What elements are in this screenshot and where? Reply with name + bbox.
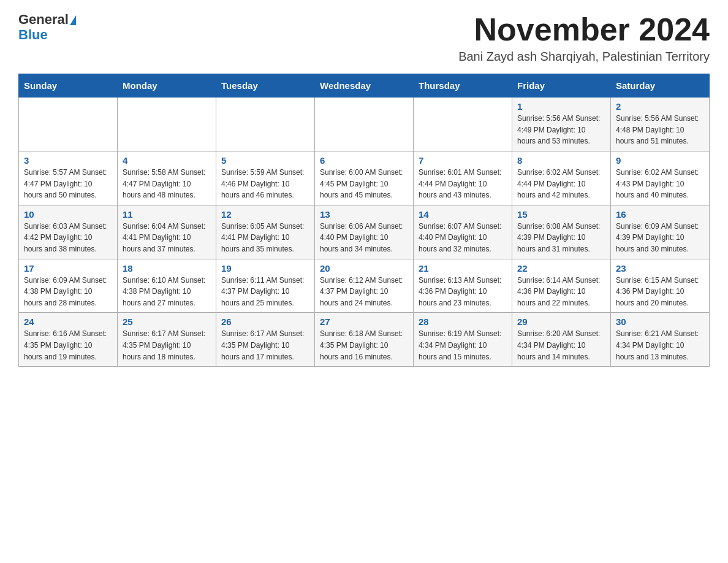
- day-info: Sunrise: 6:17 AM Sunset: 4:35 PM Dayligh…: [123, 328, 211, 362]
- day-info: Sunrise: 6:21 AM Sunset: 4:34 PM Dayligh…: [616, 328, 704, 362]
- day-info: Sunrise: 6:11 AM Sunset: 4:37 PM Dayligh…: [221, 275, 309, 309]
- day-number: 29: [517, 316, 605, 327]
- day-number: 22: [517, 263, 605, 274]
- day-info: Sunrise: 6:12 AM Sunset: 4:37 PM Dayligh…: [320, 275, 408, 309]
- day-info: Sunrise: 6:08 AM Sunset: 4:39 PM Dayligh…: [517, 221, 605, 255]
- table-row: 20Sunrise: 6:12 AM Sunset: 4:37 PM Dayli…: [315, 259, 414, 313]
- day-number: 27: [320, 316, 408, 327]
- table-row: [216, 98, 315, 151]
- day-info: Sunrise: 6:17 AM Sunset: 4:35 PM Dayligh…: [221, 328, 309, 362]
- logo-general: General: [18, 12, 76, 27]
- day-info: Sunrise: 5:58 AM Sunset: 4:47 PM Dayligh…: [123, 167, 211, 201]
- day-number: 13: [320, 209, 408, 220]
- day-info: Sunrise: 6:15 AM Sunset: 4:36 PM Dayligh…: [616, 275, 704, 309]
- day-info: Sunrise: 6:02 AM Sunset: 4:43 PM Dayligh…: [616, 167, 704, 201]
- table-row: 7Sunrise: 6:01 AM Sunset: 4:44 PM Daylig…: [414, 151, 512, 205]
- table-row: 2Sunrise: 5:56 AM Sunset: 4:48 PM Daylig…: [611, 98, 710, 151]
- col-sunday: Sunday: [19, 74, 118, 98]
- table-row: 1Sunrise: 5:56 AM Sunset: 4:49 PM Daylig…: [512, 98, 611, 151]
- table-row: 4Sunrise: 5:58 AM Sunset: 4:47 PM Daylig…: [118, 151, 216, 205]
- day-number: 11: [123, 209, 211, 220]
- month-title: November 2024: [458, 12, 710, 47]
- table-row: 5Sunrise: 5:59 AM Sunset: 4:46 PM Daylig…: [216, 151, 315, 205]
- table-row: 30Sunrise: 6:21 AM Sunset: 4:34 PM Dayli…: [611, 313, 710, 367]
- col-tuesday: Tuesday: [216, 74, 315, 98]
- calendar-week-row: 3Sunrise: 5:57 AM Sunset: 4:47 PM Daylig…: [19, 151, 710, 205]
- day-info: Sunrise: 5:56 AM Sunset: 4:49 PM Dayligh…: [517, 113, 605, 147]
- calendar-week-row: 10Sunrise: 6:03 AM Sunset: 4:42 PM Dayli…: [19, 205, 710, 259]
- day-info: Sunrise: 6:04 AM Sunset: 4:41 PM Dayligh…: [123, 221, 211, 255]
- day-number: 23: [616, 263, 704, 274]
- day-number: 1: [517, 101, 605, 112]
- table-row: [315, 98, 414, 151]
- col-saturday: Saturday: [611, 74, 710, 98]
- table-row: 6Sunrise: 6:00 AM Sunset: 4:45 PM Daylig…: [315, 151, 414, 205]
- table-row: 24Sunrise: 6:16 AM Sunset: 4:35 PM Dayli…: [19, 313, 118, 367]
- day-info: Sunrise: 6:19 AM Sunset: 4:34 PM Dayligh…: [419, 328, 507, 362]
- day-info: Sunrise: 6:05 AM Sunset: 4:41 PM Dayligh…: [221, 221, 309, 255]
- day-info: Sunrise: 6:10 AM Sunset: 4:38 PM Dayligh…: [123, 275, 211, 309]
- day-number: 15: [517, 209, 605, 220]
- col-thursday: Thursday: [414, 74, 512, 98]
- day-number: 12: [221, 209, 309, 220]
- table-row: 10Sunrise: 6:03 AM Sunset: 4:42 PM Dayli…: [19, 205, 118, 259]
- table-row: 29Sunrise: 6:20 AM Sunset: 4:34 PM Dayli…: [512, 313, 611, 367]
- table-row: 18Sunrise: 6:10 AM Sunset: 4:38 PM Dayli…: [118, 259, 216, 313]
- day-number: 17: [24, 263, 112, 274]
- table-row: 15Sunrise: 6:08 AM Sunset: 4:39 PM Dayli…: [512, 205, 611, 259]
- day-info: Sunrise: 6:01 AM Sunset: 4:44 PM Dayligh…: [419, 167, 507, 201]
- day-number: 26: [221, 316, 309, 327]
- day-info: Sunrise: 6:20 AM Sunset: 4:34 PM Dayligh…: [517, 328, 605, 362]
- day-number: 10: [24, 209, 112, 220]
- title-block: November 2024 Bani Zayd ash Sharqiyah, P…: [458, 12, 710, 64]
- day-info: Sunrise: 6:16 AM Sunset: 4:35 PM Dayligh…: [24, 328, 112, 362]
- day-number: 16: [616, 209, 704, 220]
- table-row: [19, 98, 118, 151]
- logo-triangle-icon: [70, 15, 76, 25]
- table-row: 16Sunrise: 6:09 AM Sunset: 4:39 PM Dayli…: [611, 205, 710, 259]
- day-number: 14: [419, 209, 507, 220]
- table-row: 28Sunrise: 6:19 AM Sunset: 4:34 PM Dayli…: [414, 313, 512, 367]
- day-info: Sunrise: 6:14 AM Sunset: 4:36 PM Dayligh…: [517, 275, 605, 309]
- day-number: 28: [419, 316, 507, 327]
- day-info: Sunrise: 6:02 AM Sunset: 4:44 PM Dayligh…: [517, 167, 605, 201]
- table-row: 17Sunrise: 6:09 AM Sunset: 4:38 PM Dayli…: [19, 259, 118, 313]
- calendar-header-row: Sunday Monday Tuesday Wednesday Thursday…: [19, 74, 710, 98]
- table-row: 9Sunrise: 6:02 AM Sunset: 4:43 PM Daylig…: [611, 151, 710, 205]
- day-info: Sunrise: 6:07 AM Sunset: 4:40 PM Dayligh…: [419, 221, 507, 255]
- day-number: 5: [221, 155, 309, 166]
- day-info: Sunrise: 6:18 AM Sunset: 4:35 PM Dayligh…: [320, 328, 408, 362]
- day-info: Sunrise: 5:57 AM Sunset: 4:47 PM Dayligh…: [24, 167, 112, 201]
- calendar-table: Sunday Monday Tuesday Wednesday Thursday…: [18, 74, 710, 367]
- day-info: Sunrise: 5:59 AM Sunset: 4:46 PM Dayligh…: [221, 167, 309, 201]
- day-info: Sunrise: 5:56 AM Sunset: 4:48 PM Dayligh…: [616, 113, 704, 147]
- table-row: 12Sunrise: 6:05 AM Sunset: 4:41 PM Dayli…: [216, 205, 315, 259]
- logo-blue-text: Blue: [18, 27, 48, 43]
- day-number: 8: [517, 155, 605, 166]
- day-info: Sunrise: 6:13 AM Sunset: 4:36 PM Dayligh…: [419, 275, 507, 309]
- page-header: General Blue November 2024 Bani Zayd ash…: [18, 12, 710, 64]
- calendar-week-row: 17Sunrise: 6:09 AM Sunset: 4:38 PM Dayli…: [19, 259, 710, 313]
- day-info: Sunrise: 6:09 AM Sunset: 4:39 PM Dayligh…: [616, 221, 704, 255]
- day-number: 7: [419, 155, 507, 166]
- logo: General Blue: [18, 12, 76, 43]
- day-number: 4: [123, 155, 211, 166]
- day-number: 19: [221, 263, 309, 274]
- table-row: 27Sunrise: 6:18 AM Sunset: 4:35 PM Dayli…: [315, 313, 414, 367]
- table-row: 19Sunrise: 6:11 AM Sunset: 4:37 PM Dayli…: [216, 259, 315, 313]
- table-row: 8Sunrise: 6:02 AM Sunset: 4:44 PM Daylig…: [512, 151, 611, 205]
- day-number: 20: [320, 263, 408, 274]
- table-row: [414, 98, 512, 151]
- table-row: [118, 98, 216, 151]
- day-number: 6: [320, 155, 408, 166]
- col-monday: Monday: [118, 74, 216, 98]
- logo-general-text: General: [18, 12, 69, 27]
- day-info: Sunrise: 6:00 AM Sunset: 4:45 PM Dayligh…: [320, 167, 408, 201]
- location-subtitle: Bani Zayd ash Sharqiyah, Palestinian Ter…: [458, 50, 710, 64]
- day-number: 3: [24, 155, 112, 166]
- day-number: 2: [616, 101, 704, 112]
- day-number: 9: [616, 155, 704, 166]
- table-row: 14Sunrise: 6:07 AM Sunset: 4:40 PM Dayli…: [414, 205, 512, 259]
- table-row: 23Sunrise: 6:15 AM Sunset: 4:36 PM Dayli…: [611, 259, 710, 313]
- day-number: 30: [616, 316, 704, 327]
